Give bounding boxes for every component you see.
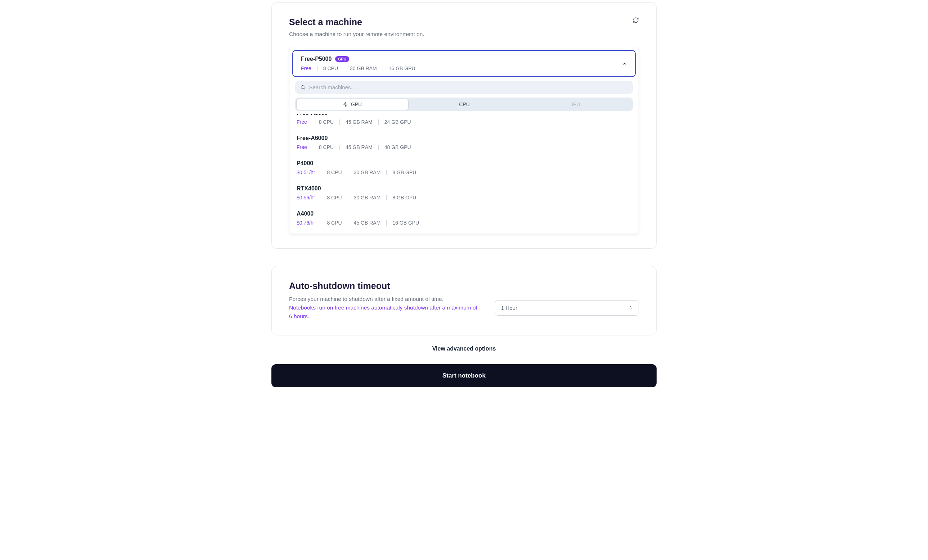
machine-gpu: 48 GB GPU xyxy=(385,144,411,150)
machine-cpu: 8 CPU xyxy=(327,220,342,226)
machine-gpu: 8 GB GPU xyxy=(392,169,416,175)
machine-price: $0.76/hr xyxy=(297,220,315,226)
selected-machine-name: Free-P5000 xyxy=(301,56,331,62)
machine-gpu: 24 GB GPU xyxy=(385,119,411,125)
machine-specs: $0.51/hr 8 CPU 30 GB RAM 8 GB GPU xyxy=(297,169,631,175)
shutdown-note: Notebooks run on free machines automatic… xyxy=(289,304,477,319)
machine-item[interactable]: Free-A5000 Free 8 CPU 45 GB RAM 24 GB GP… xyxy=(289,114,639,130)
gpu-badge: GPU xyxy=(335,56,349,62)
machine-dropdown: Free-P5000 GPU Free 8 CPU 30 GB RAM 16 G… xyxy=(289,47,639,234)
chevron-up-icon xyxy=(622,61,627,66)
machine-price: Free xyxy=(297,119,307,125)
selected-specs: Free 8 CPU 30 GB RAM 16 GB GPU xyxy=(301,66,415,71)
tab-gpu-label: GPU xyxy=(351,101,362,107)
card-title: Select a machine xyxy=(289,17,424,27)
tab-ipu: IPU xyxy=(520,99,632,110)
machine-ram: 45 GB RAM xyxy=(354,220,381,226)
machine-gpu: 16 GB GPU xyxy=(392,220,419,226)
card-subtitle: Choose a machine to run your remote envi… xyxy=(289,31,424,37)
selected-price: Free xyxy=(301,66,311,71)
refresh-icon[interactable] xyxy=(632,17,639,23)
machine-ram: 45 GB RAM xyxy=(346,119,372,125)
shutdown-desc: Forces your machine to shutdown after a … xyxy=(289,296,444,302)
machine-name: P4000 xyxy=(297,160,631,166)
machine-cpu: 8 CPU xyxy=(327,169,342,175)
search-input[interactable] xyxy=(309,84,628,90)
machine-name: A4000 xyxy=(297,211,631,217)
machine-specs: $0.56/hr 8 CPU 30 GB RAM 8 GB GPU xyxy=(297,195,631,200)
timeout-value: 1 Hour xyxy=(501,305,517,311)
selected-gpu: 16 GB GPU xyxy=(389,66,415,71)
machine-specs: Free 8 CPU 45 GB RAM 48 GB GPU xyxy=(297,144,631,150)
machine-ram: 30 GB RAM xyxy=(354,195,381,200)
type-tabs: GPU CPU IPU xyxy=(295,98,633,111)
machine-item[interactable]: A4000 $0.76/hr 8 CPU 45 GB RAM 16 GB GPU xyxy=(289,206,639,231)
timeout-select[interactable]: 1 Hour xyxy=(495,300,639,316)
updown-icon xyxy=(629,305,633,310)
machine-gpu: 8 GB GPU xyxy=(392,195,416,200)
machine-cpu: 8 CPU xyxy=(319,119,334,125)
machine-specs: $0.76/hr 8 CPU 45 GB RAM 16 GB GPU xyxy=(297,220,631,226)
svg-marker-2 xyxy=(344,102,348,107)
machine-specs: Free 8 CPU 45 GB RAM 24 GB GPU xyxy=(297,119,631,125)
machine-item[interactable]: RTX4000 $0.56/hr 8 CPU 30 GB RAM 8 GB GP… xyxy=(289,180,639,206)
machine-ram: 45 GB RAM xyxy=(346,144,372,150)
svg-line-1 xyxy=(304,88,305,89)
search-box[interactable] xyxy=(295,81,633,94)
selected-ram: 30 GB RAM xyxy=(350,66,377,71)
machine-name: Free-A6000 xyxy=(297,135,631,142)
machine-cpu: 8 CPU xyxy=(327,195,342,200)
machine-name: RTX4000 xyxy=(297,185,631,192)
machine-cpu: 8 CPU xyxy=(319,144,334,150)
machine-price: Free xyxy=(297,144,307,150)
machine-price: $0.51/hr xyxy=(297,169,315,175)
selected-machine[interactable]: Free-P5000 GPU Free 8 CPU 30 GB RAM 16 G… xyxy=(292,50,636,77)
search-icon xyxy=(300,85,305,90)
shutdown-text: Forces your machine to shutdown after a … xyxy=(289,295,478,320)
card-header: Select a machine Choose a machine to run… xyxy=(289,17,639,47)
selected-cpu: 8 CPU xyxy=(323,66,338,71)
shutdown-title: Auto-shutdown timeout xyxy=(289,281,639,291)
select-machine-card: Select a machine Choose a machine to run… xyxy=(272,2,656,249)
tab-cpu[interactable]: CPU xyxy=(409,99,520,110)
bolt-icon xyxy=(343,102,348,107)
start-notebook-button[interactable]: Start notebook xyxy=(272,364,656,387)
machine-list: Free-A5000 Free 8 CPU 45 GB RAM 24 GB GP… xyxy=(289,114,639,233)
machine-ram: 30 GB RAM xyxy=(354,169,381,175)
tab-gpu[interactable]: GPU xyxy=(296,99,409,110)
advanced-options-link[interactable]: View advanced options xyxy=(272,345,656,352)
machine-name: Free-A5000 xyxy=(297,114,631,116)
tab-cpu-label: CPU xyxy=(459,101,470,107)
auto-shutdown-card: Auto-shutdown timeout Forces your machin… xyxy=(272,266,656,336)
tab-ipu-label: IPU xyxy=(572,101,580,107)
machine-item[interactable]: P4000 $0.51/hr 8 CPU 30 GB RAM 8 GB GPU xyxy=(289,155,639,180)
machine-item[interactable]: Free-A6000 Free 8 CPU 45 GB RAM 48 GB GP… xyxy=(289,130,639,155)
machine-price: $0.56/hr xyxy=(297,195,315,200)
